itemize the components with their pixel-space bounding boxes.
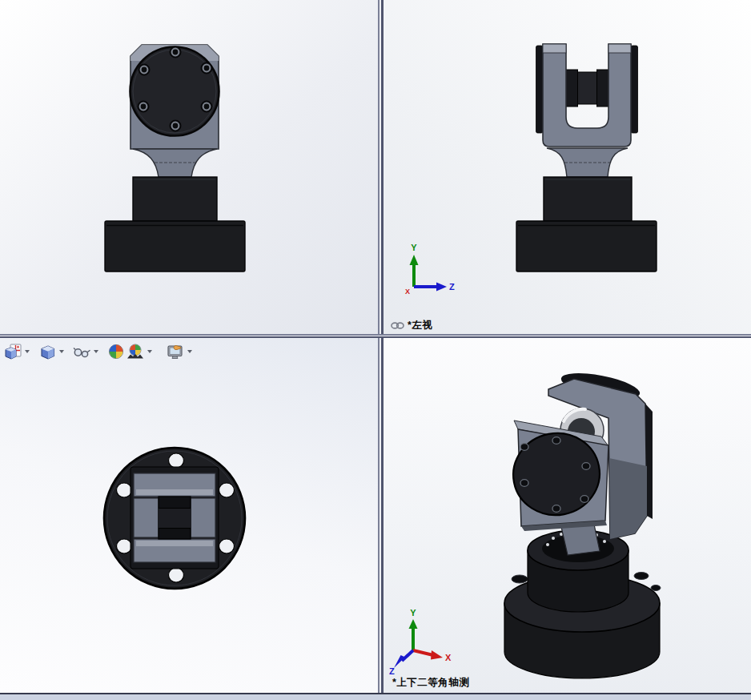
edit-appearance-button[interactable] xyxy=(106,342,126,361)
top-view-drawing xyxy=(0,338,378,693)
view-orientation-dropdown[interactable] xyxy=(22,342,32,361)
axis-z-label: Z xyxy=(449,282,455,292)
view-label-left: *左视 xyxy=(391,319,432,332)
vertical-pane-divider[interactable] xyxy=(378,0,384,693)
isometric-view-drawing: Y X Z xyxy=(384,338,751,693)
hide-show-items-button[interactable] xyxy=(72,342,91,361)
orientation-triad: Y X Z xyxy=(389,608,452,676)
bottom-edge-strip xyxy=(0,693,751,700)
left-view-drawing: Y Z X xyxy=(384,0,751,334)
apply-scene-dropdown[interactable] xyxy=(145,342,155,361)
viewport-top[interactable] xyxy=(0,338,378,693)
display-style-icon xyxy=(39,344,56,360)
hide-show-items-dropdown[interactable] xyxy=(91,342,101,361)
view-settings-icon xyxy=(167,344,184,360)
view-label-isometric: *上下二等角轴测 xyxy=(392,676,469,690)
hide-show-items-icon xyxy=(73,345,91,358)
orientation-triad: Y Z X xyxy=(405,243,455,296)
viewport-isometric[interactable]: Y X Z *上下二等角轴测 xyxy=(384,338,751,693)
axis-z-label: Z xyxy=(389,666,395,676)
display-style-button[interactable] xyxy=(38,342,57,361)
apply-scene-button[interactable] xyxy=(126,342,145,361)
axis-x-label: X xyxy=(405,288,410,296)
dropdown-arrow-icon xyxy=(147,350,152,353)
dropdown-arrow-icon xyxy=(187,350,192,353)
display-style-dropdown[interactable] xyxy=(57,342,66,361)
heads-up-view-toolbar xyxy=(3,342,195,361)
apply-scene-icon xyxy=(127,344,144,360)
view-label-text: *上下二等角轴测 xyxy=(392,676,469,690)
axis-y-label: Y xyxy=(411,243,417,252)
pin-spool xyxy=(566,70,608,107)
view-label-text: *左视 xyxy=(408,319,432,332)
view-orientation-button[interactable] xyxy=(3,342,22,361)
four-view-workspace: Y Z X *左视 xyxy=(0,0,751,700)
dropdown-arrow-icon xyxy=(94,350,98,353)
dropdown-arrow-icon xyxy=(59,350,64,353)
view-orientation-icon xyxy=(5,344,22,360)
axis-x-label: X xyxy=(445,653,452,662)
view-settings-dropdown[interactable] xyxy=(185,342,195,361)
view-settings-button[interactable] xyxy=(166,342,185,361)
viewport-left[interactable]: Y Z X *左视 xyxy=(384,0,751,334)
edit-appearance-icon xyxy=(108,344,124,360)
horizontal-pane-divider[interactable] xyxy=(0,334,751,338)
viewport-front[interactable] xyxy=(0,0,378,334)
dropdown-arrow-icon xyxy=(25,350,30,353)
front-view-drawing xyxy=(0,0,378,334)
axis-y-label: Y xyxy=(410,608,416,618)
link-icon xyxy=(391,321,404,330)
